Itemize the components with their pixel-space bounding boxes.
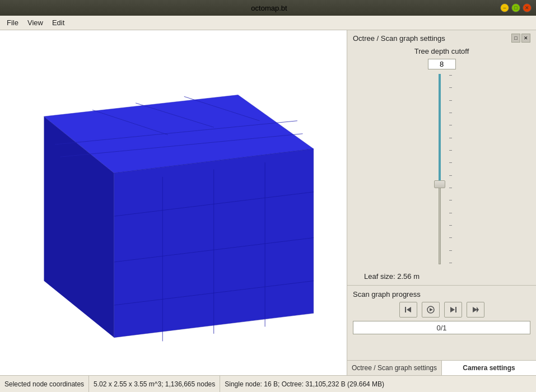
tick (449, 75, 452, 76)
minimize-button[interactable]: – (500, 3, 509, 12)
panel-close-button[interactable]: ✕ (521, 34, 530, 43)
svg-marker-26 (473, 307, 477, 312)
right-panel: Octree / Scan graph settings □ ✕ Tree de… (347, 30, 536, 375)
status-dimensions: 5.02 x 2.55 x 3.55 m^3; 1,136,665 nodes (89, 376, 220, 392)
scan-play-button[interactable] (422, 302, 440, 318)
close-button[interactable]: ✕ (523, 3, 532, 12)
svg-marker-21 (407, 307, 411, 312)
bottom-tabs: Octree / Scan graph settings Camera sett… (347, 360, 536, 375)
tick (449, 87, 452, 88)
scan-skip-end-button[interactable] (467, 302, 484, 318)
panel-icons: □ ✕ (511, 34, 530, 43)
panel-minimize-button[interactable]: □ (511, 34, 520, 43)
tick (449, 113, 452, 113)
tree-depth-section: Tree depth cutoff (347, 45, 536, 283)
tick (449, 188, 452, 188)
menu-view[interactable]: View (23, 17, 48, 29)
svg-marker-23 (430, 308, 433, 311)
tick (449, 237, 452, 238)
maximize-button[interactable]: □ (511, 3, 520, 12)
status-memory: Single node: 16 B; Octree: 31,105,232 B … (220, 376, 536, 392)
tick (449, 138, 452, 138)
panel-title: Octree / Scan graph settings (353, 34, 445, 43)
titlebar: octomap.bt – □ ✕ (0, 0, 536, 16)
tick (449, 150, 452, 151)
viewport-canvas (0, 30, 347, 375)
scan-graph-section: Scan graph progress (347, 288, 536, 337)
scan-skip-fwd-button[interactable] (444, 302, 462, 318)
svg-rect-20 (405, 307, 406, 312)
slider-container (353, 74, 530, 270)
tick (449, 100, 452, 101)
skip-end-icon (471, 305, 480, 314)
titlebar-controls: – □ ✕ (500, 3, 532, 12)
tick (449, 175, 452, 176)
menubar: File View Edit (0, 16, 536, 30)
viewport[interactable] (0, 30, 347, 375)
tick (449, 225, 452, 226)
tab-camera-settings[interactable]: Camera settings (442, 361, 536, 375)
tick (449, 263, 452, 263)
window-title: octomap.bt (251, 4, 287, 12)
tree-depth-label: Tree depth cutoff (414, 47, 469, 55)
skip-back-icon (404, 305, 413, 314)
scan-controls (353, 302, 530, 318)
leaf-size: Leaf size: 2.56 m (364, 272, 420, 281)
skip-fwd-icon (449, 305, 458, 314)
panel-spacer (347, 337, 536, 360)
play-icon (426, 305, 435, 314)
status-selected-node: Selected node coordinates (0, 376, 89, 392)
depth-value-input[interactable] (428, 59, 456, 69)
depth-slider-thumb[interactable] (434, 180, 445, 188)
tick (449, 162, 452, 163)
svg-marker-24 (450, 307, 455, 312)
svg-marker-27 (477, 307, 479, 312)
statusbar: Selected node coordinates 5.02 x 2.55 x … (0, 375, 536, 392)
tick (449, 250, 452, 251)
scan-progress-bar: 0/1 (353, 321, 530, 334)
main-content: Octree / Scan graph settings □ ✕ Tree de… (0, 30, 536, 375)
tick (449, 213, 452, 213)
panel-header: Octree / Scan graph settings □ ✕ (347, 30, 536, 45)
slider-track-area (431, 74, 448, 264)
tab-octree-scan[interactable]: Octree / Scan graph settings (347, 361, 442, 375)
tick (449, 200, 452, 200)
tick (449, 125, 452, 125)
slider-ticks (449, 74, 452, 264)
panel-divider (347, 285, 536, 286)
scan-graph-label: Scan graph progress (353, 290, 530, 298)
menu-file[interactable]: File (2, 17, 23, 29)
slider-fill (439, 74, 441, 184)
svg-rect-25 (455, 307, 456, 312)
menu-edit[interactable]: Edit (48, 17, 69, 29)
scan-skip-back-button[interactable] (399, 302, 417, 318)
